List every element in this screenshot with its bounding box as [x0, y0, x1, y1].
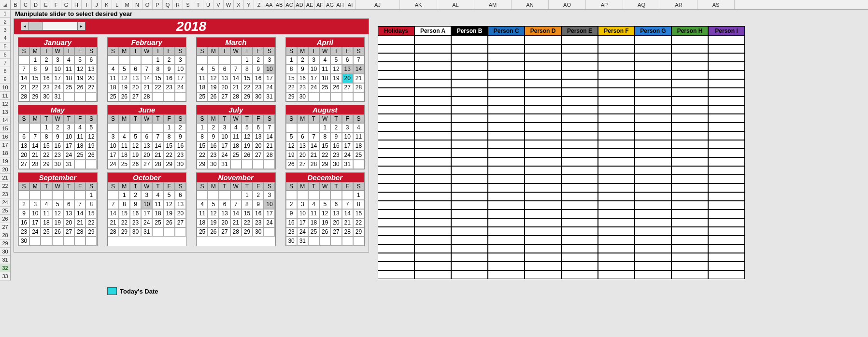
calendar-day[interactable]: 30	[41, 92, 52, 101]
table-cell[interactable]	[378, 201, 414, 210]
calendar-day[interactable]: 15	[286, 74, 297, 83]
table-cell[interactable]	[635, 210, 671, 218]
table-cell[interactable]	[598, 244, 635, 253]
calendar-day[interactable]: 25	[63, 83, 74, 92]
calendar-day[interactable]: 23	[52, 151, 63, 160]
table-cell[interactable]	[414, 236, 451, 244]
table-cell[interactable]	[525, 79, 561, 88]
calendar-day[interactable]: 26	[286, 160, 297, 169]
calendar-day[interactable]: 9	[253, 65, 264, 74]
table-cell[interactable]	[561, 70, 598, 79]
table-cell[interactable]	[598, 270, 635, 279]
calendar-day[interactable]: 14	[353, 65, 364, 74]
calendar-day[interactable]: 20	[130, 83, 141, 92]
calendar-day[interactable]: 4	[74, 123, 85, 132]
calendar-day[interactable]: 18	[63, 74, 74, 83]
calendar-day[interactable]: 23	[208, 151, 219, 160]
calendar-day[interactable]: 18	[230, 141, 242, 151]
col-header[interactable]: D	[31, 0, 41, 9]
table-cell[interactable]	[378, 70, 414, 79]
calendar-day[interactable]: 11	[308, 209, 319, 218]
calendar-day[interactable]: 28	[141, 92, 152, 101]
calendar-day[interactable]: 12	[74, 65, 85, 74]
calendar-day[interactable]: 17	[108, 151, 119, 160]
calendar-day[interactable]: 21	[230, 218, 242, 227]
calendar-day[interactable]: 25	[230, 151, 242, 160]
calendar-day[interactable]: 31	[342, 160, 353, 169]
calendar-day[interactable]: 11	[63, 65, 74, 74]
calendar-day[interactable]: 2	[52, 123, 63, 132]
row-header[interactable]: 20	[0, 166, 10, 174]
row-header[interactable]: 7	[0, 59, 10, 67]
col-header[interactable]: C	[21, 0, 31, 9]
calendar-day[interactable]: 7	[264, 123, 275, 132]
col-header[interactable]: B	[11, 0, 21, 9]
calendar-day[interactable]: 21	[342, 218, 353, 227]
person-header[interactable]: Person D	[525, 26, 561, 36]
table-cell[interactable]	[598, 105, 635, 114]
table-cell[interactable]	[414, 97, 451, 105]
calendar-day[interactable]: 28	[230, 92, 242, 101]
calendar-day[interactable]: 9	[286, 209, 297, 218]
calendar-day[interactable]: 9	[253, 200, 264, 209]
calendar-day[interactable]: 14	[230, 74, 242, 83]
table-cell[interactable]	[598, 175, 635, 183]
calendar-day[interactable]: 8	[242, 65, 253, 74]
table-cell[interactable]	[488, 131, 525, 140]
table-cell[interactable]	[598, 53, 635, 62]
table-cell[interactable]	[451, 44, 488, 53]
calendar-day[interactable]: 5	[330, 56, 342, 65]
calendar-day[interactable]: 9	[41, 65, 52, 74]
calendar-day[interactable]: 2	[175, 123, 186, 132]
calendar-day[interactable]: 28	[74, 227, 85, 237]
calendar-day[interactable]: 14	[108, 209, 119, 218]
table-cell[interactable]	[635, 97, 671, 105]
table-cell[interactable]	[378, 236, 414, 244]
calendar-day[interactable]: 2	[41, 56, 52, 65]
calendar-day[interactable]: 27	[219, 227, 230, 237]
table-cell[interactable]	[561, 166, 598, 175]
row-header[interactable]: 16	[0, 133, 10, 141]
table-cell[interactable]	[378, 192, 414, 201]
table-cell[interactable]	[414, 114, 451, 123]
table-cell[interactable]	[635, 149, 671, 157]
calendar-day[interactable]: 16	[253, 74, 264, 83]
calendar-day[interactable]: 24	[175, 83, 186, 92]
table-cell[interactable]	[451, 53, 488, 62]
col-header[interactable]: AJ	[356, 0, 400, 9]
calendar-day[interactable]: 7	[230, 200, 242, 209]
calendar-day[interactable]: 6	[342, 56, 353, 65]
calendar-day[interactable]: 21	[74, 218, 85, 227]
calendar-day[interactable]: 4	[41, 200, 52, 209]
table-cell[interactable]	[671, 157, 708, 166]
table-cell[interactable]	[598, 227, 635, 236]
table-cell[interactable]	[414, 253, 451, 262]
calendar-day[interactable]	[319, 92, 330, 101]
calendar-day[interactable]	[308, 237, 319, 246]
calendar-day[interactable]	[342, 191, 353, 200]
calendar-day[interactable]: 14	[264, 132, 275, 141]
calendar-day[interactable]: 29	[41, 160, 52, 169]
calendar-day[interactable]: 19	[52, 218, 63, 227]
calendar-day[interactable]: 27	[297, 160, 308, 169]
table-cell[interactable]	[671, 253, 708, 262]
table-cell[interactable]	[561, 88, 598, 97]
calendar-day[interactable]: 20	[63, 218, 74, 227]
calendar-day[interactable]: 26	[74, 83, 85, 92]
row-header[interactable]: 18	[0, 149, 10, 157]
table-cell[interactable]	[488, 79, 525, 88]
table-cell[interactable]	[414, 62, 451, 70]
row-header[interactable]: 4	[0, 34, 10, 42]
table-cell[interactable]	[414, 53, 451, 62]
calendar-day[interactable]: 22	[197, 151, 208, 160]
calendar-day[interactable]: 26	[119, 92, 130, 101]
calendar-day[interactable]: 1	[152, 56, 163, 65]
calendar-day[interactable]: 10	[141, 200, 152, 209]
col-header[interactable]: Z	[254, 0, 264, 9]
row-header[interactable]: 8	[0, 67, 10, 75]
row-header[interactable]: 22	[0, 182, 10, 190]
table-cell[interactable]	[561, 114, 598, 123]
table-cell[interactable]	[525, 123, 561, 131]
table-cell[interactable]	[708, 114, 745, 123]
table-cell[interactable]	[708, 157, 745, 166]
